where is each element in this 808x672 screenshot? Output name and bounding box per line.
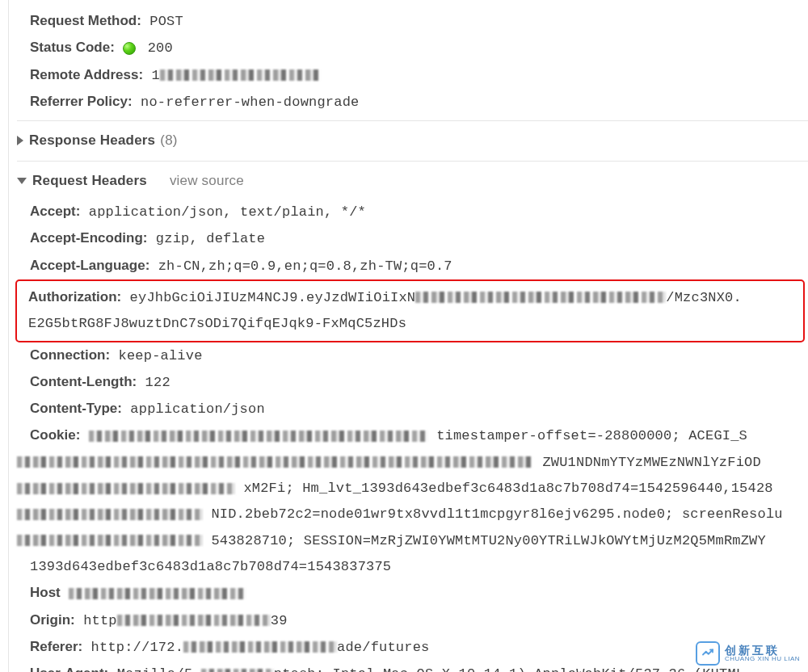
authorization-suffix: /Mzc3NX0. [666,290,742,305]
watermark-logo-icon [696,641,720,666]
accept-encoding-value: gzip, deflate [156,231,265,246]
referer-row: Referer: http://172.ade/futures [17,634,808,661]
watermark-text: 创新互联 CHUANG XIN HU LIAN [725,645,800,663]
accept-language-value: zh-CN,zh;q=0.9,en;q=0.8,zh-TW;q=0.7 [158,258,452,274]
origin-suffix: 39 [271,613,288,628]
content-type-label: Content-Type: [30,401,122,416]
remote-address-label: Remote Address: [30,67,143,82]
user-agent-row: User-Agent: Mozilla/5 ntosh; Intel Mac O… [17,661,808,672]
request-headers-toggle[interactable]: Request Headers view source [17,168,244,194]
cookie-frag6: 1393d643edbef3c6483d1a8c7b708d74=1543837… [30,559,391,574]
user-agent-value: Mozilla/5 ntosh; Intel Mac OS X 10_14_1)… [117,666,753,672]
accept-language-label: Accept-Language: [30,258,149,273]
referer-suffix: ade/futures [337,640,429,655]
devtools-headers-panel: Request Method: POST Status Code: 200 Re… [8,0,808,672]
origin-label: Origin: [30,612,75,628]
censored-text [160,69,322,81]
cookie-frag4: NID.2beb72c2=node01wr9tx8vvdl1t1mcpgyr8l… [211,506,782,522]
authorization-label: Authorization: [28,289,121,304]
censored-text [415,292,666,303]
censored-text [69,588,246,599]
remote-address-prefix: 1 [152,68,160,83]
censored-text [89,430,428,442]
authorization-row: Authorization: eyJhbGciOiJIUzM4NCJ9.eyJz… [28,284,800,311]
request-headers-section: Request Headers view source Accept: appl… [17,161,808,672]
cookie-cont-5: 1393d643edbef3c6483d1a8c7b708d74=1543837… [17,554,808,580]
response-headers-count: (8) [160,128,177,153]
content-length-value: 122 [145,375,170,390]
cookie-cont-2: xM2Fi; Hm_lvt_1393d643edbef3c6483d1a8c7b… [17,476,808,502]
origin-value: http39 [83,613,287,628]
request-method-row: Request Method: POST [17,8,808,35]
referrer-policy-label: Referrer Policy: [30,94,133,109]
authorization-highlight: Authorization: eyJhbGciOiJIUzM4NCJ9.eyJz… [15,279,805,342]
referrer-policy-value: no-referrer-when-downgrade [141,94,359,110]
request-method-value: POST [149,14,183,29]
accept-encoding-row: Accept-Encoding: gzip, deflate [17,225,808,252]
status-code-value: 200 [148,40,173,56]
cookie-value: timestamper-offset=-28800000; ACEGI_S [89,428,747,443]
cookie-frag3: xM2Fi; Hm_lvt_1393d643edbef3c6483d1a8c7b… [243,481,772,496]
origin-prefix: http [83,613,117,628]
host-label: Host [30,585,61,600]
remote-address-row: Remote Address: 1 [17,62,808,89]
request-method-label: Request Method: [30,13,141,28]
referer-prefix: http://172. [91,640,183,655]
watermark-en: CHUANG XIN HU LIAN [725,656,800,663]
referer-label: Referer: [30,639,82,654]
status-ok-icon [123,42,136,55]
user-agent-label: User-Agent: [30,666,108,672]
status-code-label: Status Code: [30,40,115,55]
censored-text [17,456,534,468]
response-headers-section[interactable]: Response Headers (8) [17,120,808,155]
connection-label: Connection: [30,347,110,363]
content-type-row: Content-Type: application/json [17,396,808,422]
accept-value: application/json, text/plain, */* [89,204,366,220]
cookie-label: Cookie: [30,427,80,443]
censored-text [201,669,274,672]
chevron-down-icon [17,178,27,184]
request-headers-title: Request Headers [32,168,147,194]
content-length-row: Content-Length: 122 [17,369,808,396]
authorization-prefix: eyJhbGciOiJIUzM4NCJ9.eyJzdWIiOiIxN [130,290,416,305]
cookie-frag2: ZWU1NDNmYTYzMWEzNWNlYzFiOD [542,455,760,470]
referer-value: http://172.ade/futures [91,640,430,655]
accept-row: Accept: application/json, text/plain, */… [17,199,808,225]
censored-text [17,483,235,494]
status-code-row: Status Code: 200 [17,35,808,61]
cookie-cont-3: NID.2beb72c2=node01wr9tx8vvdl1t1mcpgyr8l… [17,502,808,527]
origin-row: Origin: http39 [17,607,808,634]
content-type-value: application/json [130,401,264,417]
content-length-label: Content-Length: [30,374,137,389]
watermark-cn: 创新互联 [725,645,800,656]
ua-mid: ntosh; Intel Mac OS X 10_14_1) AppleWebK… [274,666,753,672]
general-section: Request Method: POST Status Code: 200 Re… [17,8,808,116]
censored-text [183,641,337,653]
response-headers-title: Response Headers [29,128,155,153]
authorization-value-line1: eyJhbGciOiJIUzM4NCJ9.eyJzdWIiOiIxN/Mzc3N… [130,290,742,305]
referrer-policy-row: Referrer Policy: no-referrer-when-downgr… [17,89,808,116]
cookie-cont-1: ZWU1NDNmYTYzMWEzNWNlYzFiOD [17,450,808,476]
accept-language-row: Accept-Language: zh-CN,zh;q=0.9,en;q=0.8… [17,253,808,279]
censored-text [117,615,271,626]
censored-text [17,535,203,546]
accept-label: Accept: [30,204,80,219]
accept-encoding-label: Accept-Encoding: [30,230,147,246]
censored-text [17,509,203,520]
host-row: Host [17,580,808,607]
remote-address-value: 1 [152,68,322,83]
authorization-value-line2: E2G5btRG8FJ8wuztDnC7sODi7QifqEJqk9-FxMqC… [28,311,800,337]
connection-value: keep-alive [119,348,203,363]
request-headers-list: Accept: application/json, text/plain, */… [17,194,808,672]
cookie-row: Cookie: timestamper-offset=-28800000; AC… [17,422,808,449]
chevron-right-icon [17,136,23,145]
cookie-cont-4: 543828710; SESSION=MzRjZWI0YWMtMTU2Ny00Y… [17,528,808,554]
view-source-link[interactable]: view source [170,168,244,194]
ua-prefix: Mozilla/5 [117,666,193,672]
connection-row: Connection: keep-alive [17,342,808,369]
response-headers-toggle[interactable]: Response Headers (8) [17,128,178,153]
cookie-frag5: 543828710; SESSION=MzRjZWI0YWMtMTU2Ny00Y… [211,533,766,548]
cookie-frag1: timestamper-offset=-28800000; ACEGI_S [436,428,747,443]
watermark: 创新互联 CHUANG XIN HU LIAN [696,641,800,666]
